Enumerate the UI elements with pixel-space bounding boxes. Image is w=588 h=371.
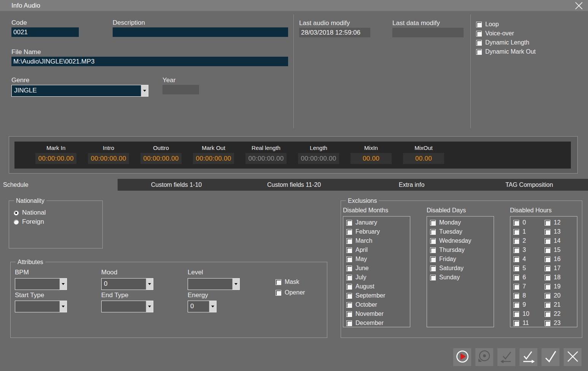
flag-dynamic-length-row[interactable]: Dynamic Length (476, 38, 535, 47)
hour-16-checkbox[interactable] (545, 256, 550, 262)
day-tuesday-checkbox[interactable] (430, 229, 436, 235)
month-december-checkbox[interactable] (346, 320, 352, 326)
hour-22-checkbox[interactable] (545, 311, 550, 317)
day-wednesday-checkbox[interactable] (430, 238, 436, 244)
end-type-select[interactable] (101, 301, 153, 312)
hour-3-row[interactable]: 3 (513, 245, 545, 255)
flag-dynamic-mark-out-checkbox[interactable] (476, 49, 482, 55)
month-february-row[interactable]: February (346, 227, 410, 236)
hour-10-row[interactable]: 10 (513, 309, 545, 318)
disabled-months-list[interactable]: JanuaryFebruaryMarchAprilMayJuneJulyAugu… (343, 216, 410, 327)
timing-value-mixout[interactable]: 00.00 (403, 153, 444, 164)
flag-dynamic-length-checkbox[interactable] (476, 40, 482, 46)
tab-schedule[interactable]: Schedule (0, 179, 118, 191)
day-saturday-checkbox[interactable] (430, 266, 436, 271)
hour-4-row[interactable]: 4 (513, 255, 545, 264)
hour-18-row[interactable]: 18 (545, 273, 576, 282)
hour-2-row[interactable]: 2 (513, 236, 545, 245)
chevron-down-icon[interactable] (141, 85, 148, 96)
hour-14-checkbox[interactable] (545, 238, 550, 244)
hour-2-checkbox[interactable] (513, 238, 519, 244)
hour-17-row[interactable]: 17 (545, 264, 576, 273)
radio-national[interactable] (14, 210, 19, 215)
day-thursday-row[interactable]: Thursday (430, 245, 494, 255)
hour-8-checkbox[interactable] (513, 293, 519, 299)
month-january-row[interactable]: January (346, 218, 410, 227)
month-june-checkbox[interactable] (346, 266, 352, 271)
day-monday-row[interactable]: Monday (430, 218, 494, 227)
hour-11-checkbox[interactable] (513, 320, 519, 326)
hour-1-row[interactable]: 1 (513, 227, 545, 236)
year-field[interactable] (163, 85, 199, 94)
hour-21-checkbox[interactable] (545, 302, 550, 308)
hour-6-row[interactable]: 6 (513, 273, 545, 282)
hour-16-row[interactable]: 16 (545, 255, 576, 264)
chevron-down-icon[interactable] (59, 279, 67, 290)
day-thursday-checkbox[interactable] (430, 247, 436, 253)
hour-20-checkbox[interactable] (545, 293, 550, 299)
flag-voice-over-row[interactable]: Voice-over (476, 29, 535, 38)
month-june-row[interactable]: June (346, 264, 410, 273)
hour-0-checkbox[interactable] (513, 220, 519, 226)
month-may-checkbox[interactable] (346, 256, 352, 262)
confirm-button[interactable] (542, 348, 559, 366)
play-button[interactable] (453, 348, 471, 366)
hour-8-row[interactable]: 8 (513, 291, 545, 300)
month-february-checkbox[interactable] (346, 229, 352, 235)
opener-checkbox[interactable] (276, 290, 281, 296)
month-november-checkbox[interactable] (346, 311, 352, 317)
day-friday-checkbox[interactable] (430, 256, 436, 262)
disabled-hours-list[interactable]: 01234567891011121314151617181920212223 (510, 216, 577, 327)
month-july-row[interactable]: July (346, 273, 410, 282)
month-january-checkbox[interactable] (346, 220, 352, 226)
hour-15-checkbox[interactable] (545, 247, 550, 253)
day-sunday-row[interactable]: Sunday (430, 273, 494, 282)
hour-23-checkbox[interactable] (545, 320, 550, 326)
hour-0-row[interactable]: 0 (513, 218, 545, 227)
hour-7-row[interactable]: 7 (513, 282, 545, 291)
day-friday-row[interactable]: Friday (430, 255, 494, 264)
timing-value-outtro[interactable]: 00:00:00.00 (140, 153, 182, 164)
tab-custom-fields-1-10[interactable]: Custom fields 1-10 (118, 179, 235, 191)
hour-12-row[interactable]: 12 (545, 218, 576, 227)
timing-value-intro[interactable]: 00:00:00.00 (88, 153, 129, 164)
timing-value-mixin[interactable]: 00.00 (351, 153, 392, 164)
energy-select[interactable]: 0 (188, 301, 217, 312)
nationality-option-national[interactable]: National (14, 208, 46, 217)
hour-3-checkbox[interactable] (513, 247, 519, 253)
disabled-days-list[interactable]: MondayTuesdayWednesdayThursdayFridaySatu… (427, 216, 494, 327)
bpm-select[interactable] (15, 278, 67, 290)
hour-19-row[interactable]: 19 (545, 282, 576, 291)
day-sunday-checkbox[interactable] (430, 275, 436, 280)
nationality-option-foreign[interactable]: Foreign (14, 217, 46, 226)
hour-23-row[interactable]: 23 (545, 318, 576, 327)
cancel-button[interactable] (564, 348, 582, 366)
hour-12-checkbox[interactable] (545, 220, 550, 226)
hour-19-checkbox[interactable] (545, 284, 550, 290)
timing-value-mark-in[interactable]: 00:00:00.00 (35, 153, 76, 164)
day-wednesday-row[interactable]: Wednesday (430, 236, 494, 245)
file-name-field[interactable]: M:\Audio\JINGLE\0021.MP3 (11, 57, 288, 66)
code-field[interactable]: 0021 (11, 27, 79, 37)
radio-foreign[interactable] (14, 220, 19, 225)
hour-18-checkbox[interactable] (545, 275, 550, 280)
tab-tag-composition[interactable]: TAG Composition (470, 179, 588, 191)
hour-13-row[interactable]: 13 (545, 227, 576, 236)
chevron-down-icon[interactable] (146, 301, 153, 312)
mood-select[interactable]: 0 (101, 278, 153, 290)
hour-1-checkbox[interactable] (513, 229, 519, 235)
month-may-row[interactable]: May (346, 255, 410, 264)
month-october-checkbox[interactable] (346, 302, 352, 308)
hour-21-row[interactable]: 21 (545, 300, 576, 309)
month-september-row[interactable]: September (346, 291, 410, 300)
save-next-button[interactable] (519, 348, 537, 366)
mask-checkbox-row[interactable]: Mask (276, 277, 299, 287)
month-april-checkbox[interactable] (346, 247, 352, 253)
opener-checkbox-row[interactable]: Opener (276, 288, 305, 297)
mask-checkbox[interactable] (276, 279, 281, 285)
hour-9-row[interactable]: 9 (513, 300, 545, 309)
month-november-row[interactable]: November (346, 309, 410, 318)
month-april-row[interactable]: April (346, 245, 410, 255)
month-october-row[interactable]: October (346, 300, 410, 309)
hour-14-row[interactable]: 14 (545, 236, 576, 245)
